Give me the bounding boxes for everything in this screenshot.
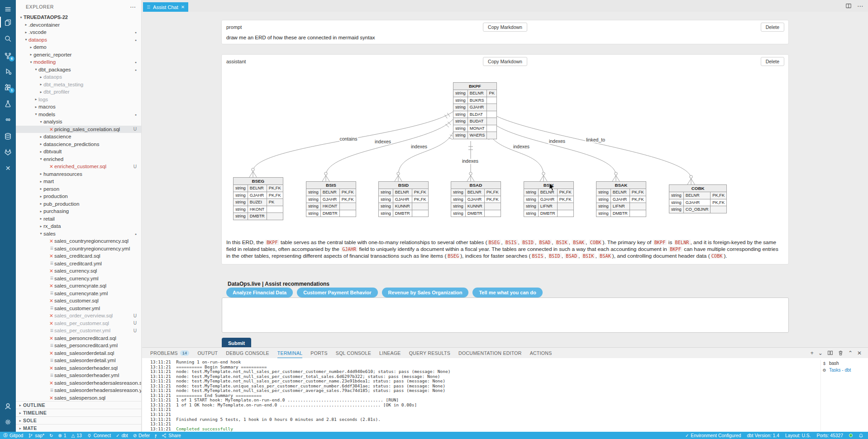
ellipsis-icon[interactable]: ⋯ [130, 4, 136, 10]
panel-tab-query-results[interactable]: QUERY RESULTS [409, 348, 450, 358]
sidebar-section-mate[interactable]: ▸MATE [16, 424, 141, 432]
folder-dbtvault[interactable]: ▸dbtvault [16, 148, 141, 156]
file-sales_per_customer.sql[interactable]: ✕sales_per_customer.sqlU [16, 320, 141, 327]
file-sales_currencyrate.yml[interactable]: ☰sales_currencyrate.yml [16, 290, 141, 297]
folder-person[interactable]: ▸person [16, 185, 141, 193]
file-sales_salesorderheadersalesreason.sql[interactable]: ✕sales_salesorderheadersalesreason.sql [16, 379, 141, 387]
file-sales_order_overview.sql[interactable]: ✕sales_order_overview.sqlU [16, 312, 141, 320]
environment-item[interactable]: ✓Environment Configured [685, 433, 741, 438]
file-sales_personcreditcard.yml[interactable]: ☰sales_personcreditcard.yml [16, 342, 141, 349]
dbt-item[interactable]: ✓dbt [116, 433, 128, 438]
file-sales_creditcard.sql[interactable]: ✕sales_creditcard.sql [16, 252, 141, 260]
account-icon[interactable] [0, 400, 16, 412]
connect-item[interactable]: Connect [87, 433, 111, 438]
menu-icon[interactable] [0, 3, 16, 15]
folder-modelling[interactable]: ▾modelling● [16, 58, 141, 66]
folder-sales[interactable]: ▾sales● [16, 230, 141, 238]
folder-dataops[interactable]: ▾dataops● [16, 36, 141, 44]
panel-tab-documentation-editor[interactable]: DOCUMENTATION EDITOR [458, 348, 522, 358]
delete-button[interactable]: Delete [761, 23, 784, 32]
test-flask-icon[interactable] [0, 97, 16, 110]
file-sales_countryregioncurrency.yml[interactable]: ☰sales_countryregioncurrency.yml [16, 245, 141, 253]
sidebar-section-outline[interactable]: ▸OUTLINE [16, 401, 141, 409]
run-debug-icon[interactable] [0, 65, 16, 77]
folder-generic_reporter[interactable]: ▸generic_reporter [16, 51, 141, 59]
notifications-item[interactable] [858, 433, 863, 438]
panel-tab-terminal[interactable]: TERMINAL [277, 348, 303, 358]
gitpod-item[interactable]: ⓈGitpod [3, 432, 23, 439]
file-sales_salesperson.sql[interactable]: ✕sales_salesperson.sql [16, 394, 141, 402]
folder-datascience[interactable]: ▸datascience [16, 133, 141, 141]
recommendation-pill[interactable]: Customer Payment Behavior [297, 288, 377, 297]
folder-mart[interactable]: ▸mart [16, 178, 141, 185]
terminal-entry-tasks---dbt[interactable]: ⚙Tasks - dbt [822, 367, 865, 373]
file-sales_salesorderdetail.yml[interactable]: ☰sales_salesorderdetail.yml [16, 357, 141, 364]
file-sales_salesorderheadersalesreason.yml[interactable]: ☰sales_salesorderheadersalesreason.yml [16, 387, 141, 394]
recommendation-pill[interactable]: Analyze Financial Data [226, 288, 293, 297]
zap-item[interactable]: ϝ [155, 433, 157, 438]
file-pricing_sales_correlation.sql[interactable]: ✕pricing_sales_correlation.sqlU [16, 126, 141, 133]
gitlab-icon[interactable] [0, 146, 16, 158]
file-sales_salesorderdetail.sql[interactable]: ✕sales_salesorderdetail.sql [16, 349, 141, 357]
folder-.vscode[interactable]: ▸.vscode● [16, 28, 141, 36]
file-sales_creditcard.yml[interactable]: ☰sales_creditcard.yml [16, 260, 141, 268]
file-sales_customer.sql[interactable]: ✕sales_customer.sql [16, 297, 141, 305]
folder-dbt_profiler[interactable]: ▸dbt_profiler [16, 88, 141, 96]
folder-humanresources[interactable]: ▸humanresources [16, 170, 141, 178]
file-sales_salesorderheader.yml[interactable]: ☰sales_salesorderheader.yml [16, 372, 141, 379]
close-panel-icon[interactable]: ✕ [857, 350, 862, 356]
terminal-output[interactable]: 13:11:21 Running 1 on-run-end hook13:11:… [150, 360, 818, 431]
explorer-icon[interactable] [0, 16, 16, 28]
file-sales_currency.sql[interactable]: ✕sales_currency.sql [16, 267, 141, 275]
folder-pub_production[interactable]: ▸pub_production [16, 200, 141, 208]
close-icon[interactable]: ✕ [181, 5, 185, 9]
folder-demo[interactable]: ▸demo [16, 43, 141, 51]
extensions-icon[interactable]: 1 [0, 81, 16, 94]
panel-tab-output[interactable]: OUTPUT [197, 348, 218, 358]
defer-item[interactable]: ⊘Defer [133, 433, 150, 438]
panel-tab-sql-console[interactable]: SQL CONSOLE [336, 348, 371, 358]
folder-TRUEDATAOPS-22[interactable]: ▾TRUEDATAOPS-22 [16, 14, 141, 21]
submit-button[interactable]: Submit [222, 338, 251, 347]
folder-logs[interactable]: ▸logs [16, 96, 141, 104]
maximize-panel-icon[interactable]: ⌃ [848, 350, 853, 356]
folder-datascience_predictions[interactable]: ▸datascience_predictions [16, 141, 141, 148]
file-sales_customer.yml[interactable]: ☰sales_customer.yml [16, 305, 141, 312]
tab-assist-chat[interactable]: ☰ Assist Chat ✕ [143, 2, 188, 12]
ports-item[interactable]: Ports: 45327 [817, 433, 843, 438]
split-editor-icon[interactable] [845, 3, 852, 9]
folder-retail[interactable]: ▸retail [16, 215, 141, 223]
recommendation-pill[interactable]: Revenue by Sales Organization [382, 288, 469, 297]
panel-tab-ports[interactable]: PORTS [310, 348, 327, 358]
database-icon[interactable] [0, 130, 16, 142]
file-sales_currency.yml[interactable]: ☰sales_currency.yml [16, 275, 141, 283]
new-terminal-icon[interactable]: + [811, 350, 814, 356]
folder-purchasing[interactable]: ▸purchasing [16, 208, 141, 215]
file-sales_currencyrate.sql[interactable]: ✕sales_currencyrate.sql [16, 282, 141, 290]
sidebar-section-timeline[interactable]: ▸TIMELINE [16, 409, 141, 416]
panel-tab-problems[interactable]: PROBLEMS14 [150, 348, 189, 358]
file-sales_countryregioncurrency.sql[interactable]: ✕sales_countryregioncurrency.sql [16, 237, 141, 245]
sidebar-section-sole[interactable]: ▸SOLE [16, 416, 141, 424]
folder-dataops[interactable]: ▸dataops [16, 73, 141, 81]
folder-dbt_meta_testing[interactable]: ▸dbt_meta_testing [16, 81, 141, 89]
dataops-x-icon[interactable]: ✕ [0, 162, 16, 175]
infinity-icon[interactable]: ∞ [0, 113, 16, 125]
search-icon[interactable] [0, 32, 16, 45]
panel-tab-lineage[interactable]: LINEAGE [379, 348, 401, 358]
source-control-icon[interactable]: 6 [0, 49, 16, 62]
health-item[interactable] [849, 434, 853, 437]
file-sales_salesorderheader.sql[interactable]: ✕sales_salesorderheader.sql [16, 364, 141, 372]
folder-models[interactable]: ▾models● [16, 111, 141, 118]
trash-icon[interactable] [838, 350, 844, 356]
warnings-item[interactable]: △13 [71, 433, 81, 438]
folder-macros[interactable]: ▸macros [16, 103, 141, 111]
branch-item[interactable]: sap* [28, 433, 44, 438]
folder-production[interactable]: ▸production [16, 193, 141, 200]
errors-item[interactable]: ⊗1 [58, 433, 66, 438]
chevron-down-icon[interactable]: ⌄ [818, 350, 823, 356]
panel-tab-debug-console[interactable]: DEBUG CONSOLE [226, 348, 269, 358]
more-actions-icon[interactable]: ⋯ [857, 2, 863, 9]
recommendation-pill[interactable]: Tell me what you can do [472, 288, 542, 297]
folder-rx_data[interactable]: ▸rx_data [16, 222, 141, 230]
